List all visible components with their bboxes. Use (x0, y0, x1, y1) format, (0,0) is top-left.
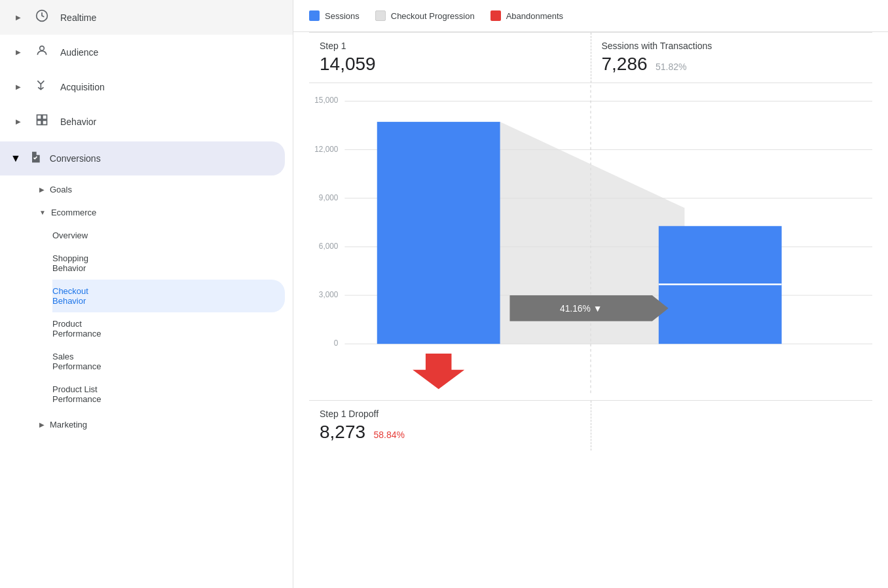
sidebar-item-audience[interactable]: ▶ Audience (0, 35, 293, 69)
legend-sessions-label: Sessions (325, 11, 360, 21)
legend-checkout-progression-label: Checkout Progression (391, 11, 475, 21)
sidebar-item-checkout-behavior[interactable]: CheckoutBehavior (52, 280, 285, 312)
legend-checkout-progression: Checkout Progression (375, 10, 475, 21)
realtime-icon (34, 9, 50, 26)
sidebar-item-label-acquisition: Acquisition (60, 82, 105, 92)
step1-bar[interactable] (377, 122, 500, 344)
sidebar-item-goals[interactable]: ▶ Goals (39, 178, 285, 201)
goals-expand-arrow: ▶ (39, 186, 45, 193)
sidebar: ▶ Realtime ▶ Audience ▶ Acquisition ▶ Be… (0, 0, 293, 588)
chart-legend: Sessions Checkout Progression Abandonmen… (293, 0, 888, 32)
sessions-color-swatch (309, 10, 320, 21)
sidebar-item-label-audience: Audience (60, 47, 98, 58)
empty-footer-cell (591, 401, 873, 450)
svg-point-1 (40, 46, 45, 50)
sessions-transactions-header-cell: Sessions with Transactions 7,286 51.82% (591, 33, 873, 83)
svg-text:6,000: 6,000 (319, 242, 339, 251)
step1-header-cell: Step 1 14,059 (309, 33, 591, 83)
sessions-transactions-value-row: 7,286 51.82% (602, 54, 862, 75)
sidebar-item-label-realtime: Realtime (60, 12, 96, 23)
sidebar-item-overview[interactable]: Overview (52, 224, 285, 247)
sidebar-item-label-marketing: Marketing (50, 420, 87, 430)
svg-rect-3 (43, 115, 47, 120)
sidebar-item-marketing[interactable]: ▶ Marketing (39, 413, 285, 436)
step1-dropoff-cell: Step 1 Dropoff 8,273 58.84% (309, 401, 591, 450)
sidebar-item-label-shopping-behavior: ShoppingBehavior (52, 253, 88, 273)
step1-dropoff-value-row: 8,273 58.84% (320, 422, 580, 443)
sessions-transactions-value: 7,286 (602, 54, 648, 74)
sidebar-item-label-ecommerce: Ecommerce (51, 208, 96, 217)
chart-wrapper: Step 1 14,059 Sessions with Transactions… (293, 32, 888, 450)
checkout-progression-color-swatch (375, 10, 386, 21)
svg-rect-2 (37, 115, 42, 120)
step1-dropoff-pct: 58.84% (374, 430, 405, 440)
abandonments-color-swatch (490, 10, 501, 21)
ecommerce-expand-arrow: ▼ (39, 209, 46, 216)
sidebar-item-label-checkout-behavior: CheckoutBehavior (52, 286, 88, 306)
svg-text:0: 0 (334, 339, 339, 348)
main-chart-svg: 15,000 12,000 9,000 6,000 3,000 0 (309, 83, 872, 397)
legend-sessions: Sessions (309, 10, 360, 21)
step1-dropoff-label: Step 1 Dropoff (320, 409, 580, 419)
chart-footer-row: Step 1 Dropoff 8,273 58.84% (309, 400, 872, 450)
step1-value-row: 14,059 (320, 54, 580, 75)
sidebar-item-label-goals: Goals (50, 185, 72, 194)
conversions-icon (29, 151, 42, 166)
svg-text:3,000: 3,000 (319, 290, 339, 299)
sidebar-item-product-list-performance[interactable]: Product ListPerformance (52, 378, 285, 411)
sidebar-item-label-product-list-performance: Product ListPerformance (52, 384, 101, 404)
sidebar-item-conversions[interactable]: ▼ Conversions (0, 141, 285, 175)
main-content: Sessions Checkout Progression Abandonmen… (293, 0, 888, 588)
sidebar-item-label-sales-performance: SalesPerformance (52, 352, 101, 371)
expand-arrow-audience: ▶ (16, 48, 21, 56)
sidebar-item-ecommerce[interactable]: ▼ Ecommerce (39, 201, 285, 224)
behavior-icon (34, 113, 50, 130)
sidebar-item-label-product-performance: ProductPerformance (52, 319, 101, 339)
svg-text:12,000: 12,000 (314, 145, 339, 154)
svg-text:9,000: 9,000 (319, 193, 339, 202)
sessions-transactions-label: Sessions with Transactions (602, 41, 862, 51)
chart-header-row: Step 1 14,059 Sessions with Transactions… (309, 32, 872, 83)
sidebar-item-sales-performance[interactable]: SalesPerformance (52, 345, 285, 378)
sidebar-item-label-conversions: Conversions (50, 153, 101, 164)
sidebar-item-realtime[interactable]: ▶ Realtime (0, 0, 293, 35)
audience-icon (34, 44, 50, 60)
sidebar-item-label-overview: Overview (52, 230, 88, 240)
sidebar-item-shopping-behavior[interactable]: ShoppingBehavior (52, 247, 285, 280)
marketing-expand-arrow: ▶ (39, 421, 45, 428)
svg-rect-5 (43, 120, 47, 125)
dropoff-arrow (413, 354, 464, 389)
progression-badge-text: 41.16% ▼ (560, 303, 602, 314)
expand-arrow-realtime: ▶ (16, 14, 21, 21)
legend-abandonments: Abandonments (490, 10, 563, 21)
expand-arrow-behavior: ▶ (16, 118, 21, 125)
sessions-transactions-pct: 51.82% (656, 62, 686, 72)
legend-abandonments-label: Abandonments (506, 11, 563, 21)
sidebar-item-label-behavior: Behavior (60, 117, 96, 127)
sidebar-item-behavior[interactable]: ▶ Behavior (0, 104, 293, 139)
expand-arrow-acquisition: ▶ (16, 83, 21, 90)
step1-dropoff-value: 8,273 (320, 422, 365, 442)
acquisition-icon (34, 79, 50, 95)
chart-svg-area: 15,000 12,000 9,000 6,000 3,000 0 (309, 83, 872, 400)
step1-value: 14,059 (320, 54, 376, 74)
step1-label: Step 1 (320, 41, 580, 51)
svg-text:15,000: 15,000 (314, 96, 339, 105)
sidebar-item-product-performance[interactable]: ProductPerformance (52, 312, 285, 345)
svg-rect-4 (37, 120, 42, 125)
sidebar-item-acquisition[interactable]: ▶ Acquisition (0, 69, 293, 104)
expand-arrow-conversions: ▼ (10, 153, 21, 164)
